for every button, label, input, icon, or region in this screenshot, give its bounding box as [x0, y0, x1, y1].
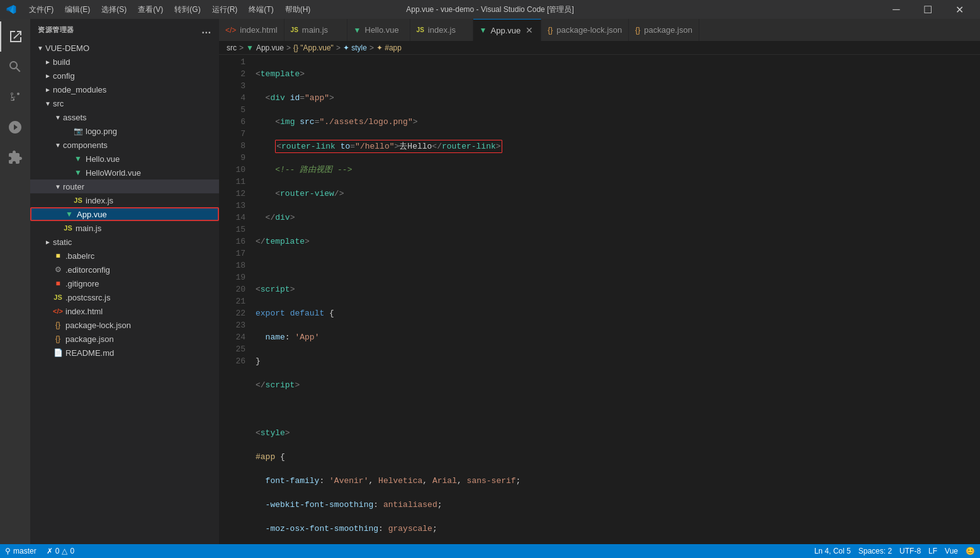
line-num-19: 19 — [219, 271, 245, 283]
gitignore-label: .gitignore — [65, 279, 99, 288]
tree-item-logo[interactable]: ► 📷 logo.png — [30, 124, 219, 138]
chevron-down-icon: ▼ — [53, 112, 63, 122]
tab-main-js[interactable]: JS main.js — [284, 19, 347, 41]
line-num-11: 11 — [219, 176, 245, 188]
code-content[interactable]: <template> <div id="app"> <img src="./as… — [251, 55, 980, 544]
code-line-2: <div id="app"> — [256, 92, 980, 104]
tab-vue-icon: ▼ — [354, 26, 361, 35]
tree-item-build[interactable]: ► build — [30, 55, 219, 69]
line-num-21: 21 — [219, 295, 245, 307]
tree-item-router-index[interactable]: ► JS index.js — [30, 193, 219, 207]
status-feedback[interactable]: 😊 — [966, 547, 975, 555]
titlebar-left: 文件(F) 编辑(E) 选择(S) 查看(V) 转到(G) 运行(R) 终端(T… — [6, 2, 315, 18]
activity-extensions-icon[interactable] — [0, 142, 30, 173]
code-editor[interactable]: 1 2 3 4 5 6 7 8 9 10 11 12 13 14 15 16 1… — [219, 55, 980, 544]
line-num-4: 4 — [219, 92, 245, 104]
tab-index-js[interactable]: JS index.js — [410, 19, 473, 41]
activity-source-control-icon[interactable] — [0, 82, 30, 112]
status-spaces[interactable]: Spaces: 2 — [859, 547, 892, 555]
tree-item-helloworld-vue[interactable]: ► ▼ HelloWorld.vue — [30, 166, 219, 179]
tree-item-readme[interactable]: ► 📄 README.md — [30, 346, 219, 360]
main-layout: 资源管理器 … ▼ VUE-DEMO ► build ► config — [0, 19, 980, 544]
menu-file[interactable]: 文件(F) — [24, 2, 59, 18]
minimize-button[interactable]: ─ — [882, 0, 911, 19]
menu-terminal[interactable]: 终端(T) — [244, 2, 278, 18]
maximize-button[interactable]: ☐ — [913, 0, 942, 19]
status-line-col[interactable]: Ln 4, Col 5 — [814, 547, 851, 555]
tree-root-vue-demo[interactable]: ▼ VUE-DEMO — [30, 41, 219, 55]
activity-search-icon[interactable] — [0, 52, 30, 82]
tab-close-button[interactable]: ✕ — [524, 25, 534, 35]
status-encoding[interactable]: UTF-8 — [899, 547, 921, 555]
code-line-1: <template> — [256, 68, 980, 80]
line-num-20: 20 — [219, 283, 245, 295]
code-line-13: } — [256, 355, 980, 367]
json-file-icon: {} — [53, 320, 63, 330]
breadcrumb-style[interactable]: ✦ style — [343, 43, 367, 52]
close-button[interactable]: ✕ — [945, 0, 974, 19]
json-file-icon: {} — [53, 334, 63, 344]
tree-item-postcssrc[interactable]: ► JS .postcssrc.js — [30, 290, 219, 304]
tree-item-main-js[interactable]: ► JS main.js — [30, 221, 219, 235]
tree-item-app-vue[interactable]: ► ▼ App.vue — [30, 207, 219, 221]
tree-item-package-json[interactable]: ► {} package.json — [30, 332, 219, 346]
config-file-icon: ⚙ — [53, 265, 63, 275]
tree-item-components[interactable]: ▼ components — [30, 138, 219, 152]
static-label: static — [53, 237, 72, 247]
helloworld-vue-label: HelloWorld.vue — [86, 168, 141, 178]
tree-item-package-lock[interactable]: ► {} package-lock.json — [30, 318, 219, 332]
tab-json-icon: {} — [548, 26, 553, 35]
babel-file-icon: ■ — [53, 251, 63, 261]
tree-item-static[interactable]: ► static — [30, 235, 219, 249]
git-file-icon: ■ — [53, 278, 63, 288]
warning-count: 0 — [70, 547, 74, 555]
editorconfig-label: .editorconfig — [65, 265, 110, 275]
tab-package-lock[interactable]: {} package-lock.json — [541, 19, 629, 41]
line-num-10: 10 — [219, 164, 245, 176]
tree-item-assets[interactable]: ▼ assets — [30, 110, 219, 124]
tab-hello-vue[interactable]: ▼ Hello.vue — [347, 19, 410, 41]
tree-item-hello-vue[interactable]: ► ▼ Hello.vue — [30, 152, 219, 166]
tree-item-babelrc[interactable]: ► ■ .babelrc — [30, 249, 219, 263]
tree-item-src[interactable]: ▼ src — [30, 96, 219, 110]
status-branch[interactable]: ⚲ master — [5, 547, 37, 555]
tab-index-js-label: index.js — [428, 25, 456, 35]
menu-goto[interactable]: 转到(G) — [169, 2, 205, 18]
vscode-logo-icon — [6, 4, 16, 14]
status-language[interactable]: Vue — [945, 547, 958, 555]
menu-edit[interactable]: 编辑(E) — [60, 2, 95, 18]
menu-select[interactable]: 选择(S) — [96, 2, 132, 18]
breadcrumb-app-vue[interactable]: App.vue — [256, 43, 284, 52]
tree-item-gitignore[interactable]: ► ■ .gitignore — [30, 276, 219, 290]
breadcrumb-vue-icon: ▼ — [246, 43, 254, 52]
router-index-label: index.js — [86, 196, 113, 205]
tree-item-editorconfig[interactable]: ► ⚙ .editorconfig — [30, 263, 219, 276]
status-errors[interactable]: ✗ 0 △ 0 — [47, 547, 74, 555]
status-line-ending[interactable]: LF — [928, 547, 937, 555]
new-file-icon[interactable]: … — [201, 25, 211, 35]
tab-js-icon: JS — [291, 26, 298, 33]
tree-item-config[interactable]: ► config — [30, 69, 219, 83]
tab-package-json[interactable]: {} package.json — [629, 19, 699, 41]
activity-explorer-icon[interactable] — [0, 21, 30, 52]
breadcrumb-src[interactable]: src — [227, 43, 237, 52]
chevron-right-icon: ► — [43, 84, 53, 94]
breadcrumb-obj[interactable]: {} "App.vue" — [293, 43, 334, 52]
tree-item-node-modules[interactable]: ► node_modules — [30, 83, 219, 96]
menu-help[interactable]: 帮助(H) — [280, 2, 316, 18]
tab-js-icon: JS — [417, 26, 424, 33]
babelrc-label: .babelrc — [65, 251, 94, 261]
menu-view[interactable]: 查看(V) — [133, 2, 168, 18]
vue-file-icon: ▼ — [73, 154, 83, 164]
line-num-6: 6 — [219, 116, 245, 128]
tab-vue-icon: ▼ — [480, 26, 487, 35]
tree-item-router[interactable]: ▼ router — [30, 179, 219, 193]
tree-item-index-html[interactable]: ► </> index.html — [30, 304, 219, 318]
tab-index-html[interactable]: </> index.html — [219, 19, 284, 41]
menu-run[interactable]: 运行(R) — [207, 2, 243, 18]
breadcrumb-hash-app[interactable]: ✦ #app — [376, 43, 402, 52]
tab-app-vue[interactable]: ▼ App.vue ✕ — [473, 19, 542, 41]
code-line-7: </div> — [256, 212, 980, 224]
config-label: config — [53, 71, 75, 81]
activity-run-debug-icon[interactable] — [0, 112, 30, 142]
